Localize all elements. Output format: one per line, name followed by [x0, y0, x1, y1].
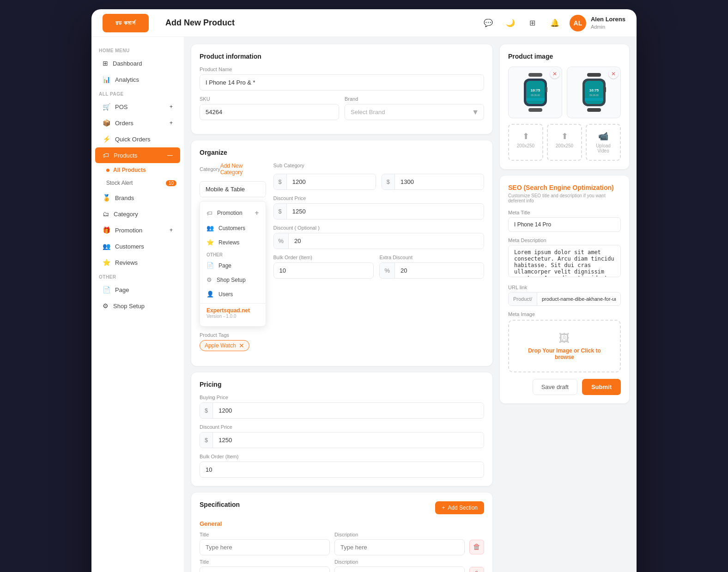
- sku-input[interactable]: [200, 104, 339, 120]
- sidebar-item-brands[interactable]: 🏅 Brands: [95, 190, 180, 206]
- moon-icon[interactable]: 🌙: [503, 16, 518, 30]
- url-link-field: URL link Product/: [508, 285, 621, 306]
- bulk-order-field[interactable]: [200, 462, 484, 478]
- upload-box-1[interactable]: ⬆ 200x250: [508, 124, 543, 161]
- discount-price-field2[interactable]: [213, 432, 484, 448]
- topbar: রড কমার্স Add New Product 💬 🌙 ⊞ 🔔 AL Ale…: [91, 9, 637, 37]
- meta-title-label: Meta Title: [508, 210, 621, 215]
- specification-header: Specification + Add Section: [200, 501, 484, 515]
- sidebar-item-products[interactable]: 🏷 Products —: [95, 147, 180, 163]
- category-dropdown-menu: 🏷 Promotion + 👥 Customers ⭐: [200, 201, 266, 327]
- user-area[interactable]: AL Alen Lorens Admin: [570, 15, 625, 31]
- watch-time: 10:75: [530, 88, 540, 92]
- tag-remove-icon[interactable]: ✕: [239, 342, 244, 349]
- category-label: Category: [200, 166, 220, 172]
- desc-label-1: Discription: [334, 532, 465, 537]
- product-image-1: ✕ 10:75 09.26.00: [508, 67, 562, 118]
- spec-delete-1[interactable]: 🗑: [469, 540, 484, 554]
- category-dropdown-header[interactable]: Mobile & Table: [200, 182, 266, 197]
- sidebar-item-shop-setup[interactable]: ⚙ Shop Setup: [95, 298, 180, 314]
- category-dropdown[interactable]: Mobile & Table: [200, 181, 266, 197]
- dropdown-item-page[interactable]: 📄 Page: [200, 258, 266, 273]
- buying-price-field[interactable]: [213, 403, 484, 418]
- dropdown-item-shop-setup[interactable]: ⚙ Shop Setup: [200, 273, 266, 287]
- promotion-icon: 🎁: [103, 226, 110, 234]
- meta-desc-field: Meta Description Lorem ipsum dolor sit a…: [508, 237, 621, 279]
- spec-delete-2[interactable]: 🗑: [469, 567, 484, 572]
- currency-icon-3: $: [274, 204, 287, 219]
- dropdown-item-users[interactable]: 👤 Users: [200, 287, 266, 301]
- product-images-grid: ✕ 10:75 09.26.00: [508, 67, 621, 118]
- submit-button[interactable]: Submit: [582, 379, 621, 395]
- meta-upload-icon: 🖼: [559, 332, 570, 345]
- promotion-menu-icon: 🏷: [206, 210, 212, 217]
- sidebar-sub-item-all-products[interactable]: All Products: [91, 164, 184, 176]
- page-menu-icon: 📄: [206, 262, 214, 269]
- sidebar-item-analytics[interactable]: 📊 Analytics: [95, 72, 180, 87]
- image-close-1[interactable]: ✕: [550, 69, 559, 79]
- dropdown-add-icon[interactable]: +: [255, 209, 259, 217]
- discount-percent-field[interactable]: [289, 233, 484, 249]
- spec-desc-input-1[interactable]: [334, 539, 465, 555]
- add-section-button[interactable]: + Add Section: [435, 501, 484, 514]
- dropdown-link[interactable]: Expertsquad.net: [206, 307, 259, 314]
- spec-title-input-2[interactable]: [200, 566, 330, 572]
- right-column: Product image ✕ 10:75: [500, 44, 629, 572]
- image-close-2[interactable]: ✕: [609, 69, 618, 79]
- sku-label: SKU: [200, 96, 339, 102]
- pricing-sub-panel: Sub Category $: [273, 163, 484, 358]
- url-prefix: Product/: [509, 292, 537, 305]
- spec-title-input-1[interactable]: [200, 539, 330, 555]
- sidebar-item-customers[interactable]: 👥 Customers: [95, 238, 180, 254]
- product-name-input[interactable]: [200, 74, 484, 91]
- save-draft-button[interactable]: Save draft: [533, 379, 577, 395]
- user-role: Admin: [591, 24, 625, 30]
- sub-price-1-field[interactable]: [287, 174, 376, 189]
- promotion-expand-icon: +: [170, 227, 173, 233]
- sidebar-item-orders[interactable]: 📦 Orders +: [95, 115, 180, 131]
- spec-row-1: Title Discription 🗑: [200, 532, 484, 555]
- sidebar-item-promotion[interactable]: 🎁 Promotion +: [95, 222, 180, 238]
- tag-apple-watch[interactable]: Apple Watch ✕: [200, 340, 249, 351]
- grid-icon[interactable]: ⊞: [525, 16, 540, 30]
- content-area: Product information Product Name SKU Bra…: [184, 37, 637, 572]
- sidebar-item-label: Quick Orders: [115, 136, 151, 143]
- dropdown-item-reviews[interactable]: ⭐ Reviews: [200, 235, 266, 249]
- brand-select[interactable]: Select Brand: [345, 104, 472, 120]
- sidebar-sub-item-stock-alert[interactable]: Stock Alert 10: [91, 176, 184, 189]
- sidebar-section-allpage: All Page: [91, 88, 184, 98]
- dropdown-item-promotion[interactable]: 🏷 Promotion +: [200, 205, 266, 221]
- brand-chevron-icon: ▼: [472, 108, 484, 116]
- meta-title-input[interactable]: [508, 217, 621, 232]
- dropdown-item-customers[interactable]: 👥 Customers: [200, 221, 266, 235]
- chat-icon[interactable]: 💬: [481, 16, 496, 30]
- video-icon: 📹: [598, 131, 608, 141]
- sub-price-2-field[interactable]: [395, 174, 484, 189]
- tags-area: Product Tags Apple Watch ✕: [200, 332, 266, 351]
- sidebar-item-category[interactable]: 🗂 Category: [95, 206, 180, 222]
- meta-image-upload[interactable]: 🖼 Drop Your Image or Click to browse: [508, 320, 621, 372]
- sidebar-item-pos[interactable]: 🛒 POS +: [95, 99, 180, 115]
- bulk-order-field2[interactable]: [273, 262, 374, 279]
- sidebar-item-reviews[interactable]: ⭐ Reviews: [95, 255, 180, 270]
- product-image-2: ✕ 10:75 09.26.00: [567, 67, 621, 118]
- sidebar-item-page[interactable]: 📄 Page: [95, 282, 180, 298]
- active-dot: [106, 169, 109, 172]
- upload-box-2[interactable]: ⬆ 200x250: [547, 124, 582, 161]
- add-category-link[interactable]: Add New Category: [220, 163, 266, 176]
- extra-discount-field[interactable]: [395, 263, 484, 278]
- meta-upload-text: Drop Your Image or Click to browse: [520, 347, 609, 360]
- discount-price-field[interactable]: [287, 204, 484, 219]
- organize-title: Organize: [200, 149, 484, 156]
- discount-currency-icon: $: [200, 432, 213, 448]
- dropdown-footer: Expertsquad.net Version - 1.0.0: [200, 303, 266, 323]
- sidebar-item-quick-orders[interactable]: ⚡ Quick Orders: [95, 131, 180, 147]
- meta-desc-textarea[interactable]: Lorem ipsum dolor sit amet consectetur. …: [508, 245, 621, 277]
- upload-video-box[interactable]: 📹 Upload Video: [586, 124, 621, 161]
- sidebar-item-dashboard[interactable]: ⊞ Dashboard: [95, 55, 180, 71]
- url-input[interactable]: [537, 292, 620, 305]
- spec-desc-input-2[interactable]: [334, 566, 465, 572]
- bell-icon[interactable]: 🔔: [547, 16, 562, 30]
- add-section-label: Add Section: [448, 505, 478, 511]
- discount-optional-label: Discount ( Optional ): [273, 225, 484, 231]
